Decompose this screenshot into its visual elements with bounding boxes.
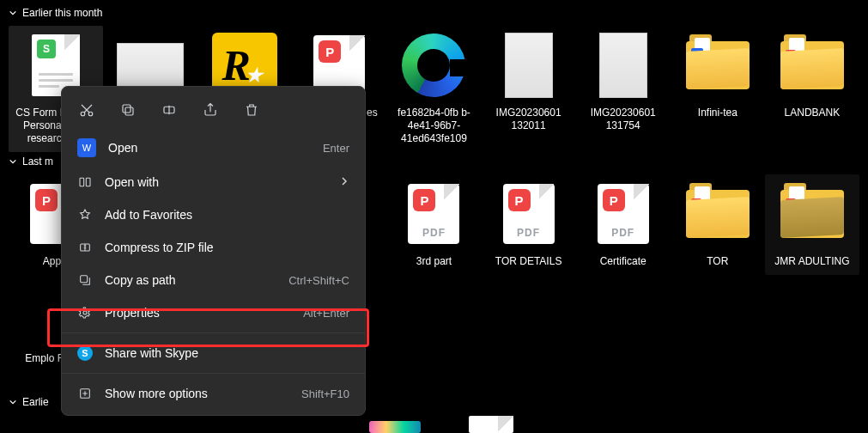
image-thumbnail [493,29,565,101]
group-label: Earlier this month [22,7,102,19]
copy-icon[interactable] [118,101,137,119]
file-label: 3rd part [416,255,452,268]
pdf-icon: PPDF [493,178,565,250]
file-item[interactable]: PPDF TOR DETAILS [482,174,576,275]
svg-rect-5 [80,178,84,186]
context-menu-quick-actions [62,92,365,130]
menu-shortcut: Alt+Enter [303,307,349,320]
file-thumbnail[interactable] [469,416,513,433]
file-item[interactable]: fe1682b4-0fb b-4e41-96b7-41ed643fe109 [386,26,481,152]
file-item[interactable]: LANDBANK [765,26,859,152]
context-menu-copy-path[interactable]: Copy as path Ctrl+Shift+C [62,264,365,296]
edge-icon [398,29,470,101]
image-thumbnail [587,29,659,101]
file-item[interactable]: JMR ADULTING [765,174,859,275]
chevron-down-icon [9,9,17,17]
folder-icon [776,178,848,250]
menu-label: Properties [105,306,291,320]
svg-rect-2 [125,107,133,115]
folder-icon [776,29,848,101]
menu-shortcut: Ctrl+Shift+C [288,274,349,287]
chevron-right-icon [339,175,349,189]
svg-point-9 [83,311,87,314]
file-item[interactable]: IMG20230601 131754 [576,26,671,152]
svg-rect-3 [123,105,131,113]
share-icon[interactable] [201,101,220,119]
menu-label: Add to Favorites [105,208,349,222]
svg-rect-8 [81,276,88,283]
cut-icon[interactable] [77,101,96,119]
context-menu-open[interactable]: W Open Enter [62,130,365,166]
file-label: TOR [707,255,728,268]
context-menu-show-more[interactable]: Show more options Shift+F10 [62,377,365,410]
app-icon: W [77,138,96,157]
copy-path-icon [77,272,93,288]
folder-icon [682,29,754,101]
file-label: JMR ADULTING [774,255,849,268]
context-menu-add-favorites[interactable]: Add to Favorites [62,198,365,231]
file-item[interactable]: PPDF Certificate [576,174,671,275]
file-label: TOR DETAILS [495,255,562,268]
context-menu: W Open Enter Open with Add to Favorites … [61,86,366,416]
menu-shortcut: Shift+F10 [301,387,349,400]
menu-shortcut: Enter [323,142,349,155]
file-label: fe1682b4-0fb b-4e41-96b7-41ed643fe109 [391,107,476,145]
file-label: IMG20230601 132011 [486,107,572,132]
file-item[interactable]: PPDF 3rd part [386,174,481,275]
open-with-icon [77,174,93,190]
menu-separator [62,373,365,374]
context-menu-properties[interactable]: Properties Alt+Enter [62,296,365,329]
context-menu-share-skype[interactable]: S Share with Skype [62,337,365,369]
file-item[interactable]: TOR [671,174,765,275]
more-options-icon [77,386,93,401]
group-label: Last m [22,156,53,168]
delete-icon[interactable] [242,101,261,119]
zip-icon [77,240,93,255]
file-label: LANDBANK [785,107,841,119]
properties-icon [77,305,93,320]
folder-icon [682,178,754,250]
menu-label: Share with Skype [105,346,349,360]
context-menu-compress-zip[interactable]: Compress to ZIP file [62,231,365,264]
group-header-earlier-this-month[interactable]: Earlier this month [0,0,868,26]
pdf-icon: PPDF [398,178,470,250]
skype-icon: S [77,345,93,361]
file-label: Infini-tea [698,107,737,119]
menu-label: Open with [105,175,327,189]
menu-label: Copy as path [105,273,276,287]
rename-icon[interactable] [160,101,179,119]
chevron-down-icon [9,157,17,166]
menu-label: Open [108,141,311,155]
star-icon [77,207,93,223]
pdf-icon: PPDF [587,178,659,250]
menu-label: Compress to ZIP file [105,241,349,254]
file-item[interactable]: IMG20230601 132011 [482,26,576,152]
file-item[interactable]: Infini-tea [671,26,765,152]
file-label: IMG20230601 131754 [580,107,666,132]
file-thumbnail[interactable] [369,421,421,433]
context-menu-open-with[interactable]: Open with [62,166,365,198]
menu-label: Show more options [105,387,289,400]
svg-rect-6 [86,178,90,186]
chevron-down-icon [9,398,17,406]
group-header-earlier[interactable]: Earlie [0,389,58,415]
group-label: Earlie [22,396,49,408]
menu-separator [62,332,365,333]
file-label: Certificate [600,255,646,268]
